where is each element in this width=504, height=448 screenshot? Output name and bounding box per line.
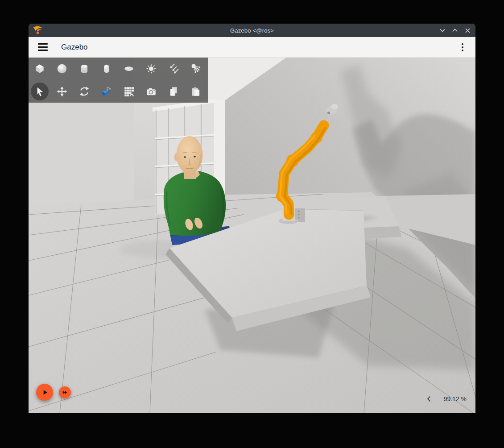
tool-cylinder-button[interactable] [73,58,95,80]
tool-select-button[interactable] [29,80,51,103]
overflow-menu-button[interactable] [456,40,469,55]
screenshot-camera-icon [145,86,157,97]
close-button[interactable] [462,25,473,36]
window-controls [437,24,473,37]
viewport-3d[interactable]: 99.12 % [29,58,475,413]
tool-grid-view-button[interactable] [118,80,140,103]
tool-spot-light-button[interactable] [185,58,207,80]
window-title: Gazebo <@ros> [29,27,475,34]
gazebo-logo-icon [33,25,43,35]
select-arrow-icon [34,86,45,97]
play-button[interactable] [36,384,53,401]
rtf-value: 99.12 % [444,395,467,402]
tool-panel [29,58,208,103]
chevron-left-icon [427,396,431,402]
play-icon [41,389,49,396]
directional-light-icon [168,63,179,75]
tool-rotate-button[interactable] [73,80,95,103]
window-titlebar[interactable]: Gazebo <@ros> [29,24,475,37]
tool-screenshot-button[interactable] [140,80,162,103]
sphere-icon [56,63,68,75]
tool-translate-button[interactable] [51,80,73,103]
capsule-icon [101,63,112,75]
fast-forward-icon [62,390,68,395]
ellipsoid-icon [123,63,135,75]
tool-ellipsoid-button[interactable] [118,58,140,80]
maximize-button[interactable] [450,25,460,36]
close-icon [465,28,470,33]
minimize-button[interactable] [437,25,448,36]
tool-point-light-button[interactable] [140,58,162,80]
app-toolbar: Gazebo [29,37,475,58]
hamburger-menu-icon [38,43,48,45]
tool-snap-button[interactable] [95,80,118,103]
grid-view-icon [123,86,135,97]
gazebo-window: Gazebo <@ros> Ga [29,24,475,413]
chevron-down-icon [440,29,445,32]
kebab-menu-icon [462,43,463,45]
tool-sphere-button[interactable] [51,58,73,80]
point-light-icon [145,63,157,75]
copy-icon [168,86,179,97]
shape-toolbar [29,58,208,80]
paste-icon [190,86,202,97]
transform-toolbar [29,80,208,103]
step-button[interactable] [59,386,71,398]
translate-icon [56,86,68,97]
tool-paste-button[interactable] [185,80,207,103]
rtf-expand-button[interactable] [426,395,432,403]
simulation-scene[interactable] [29,58,475,413]
tool-directional-light-button[interactable] [162,58,185,80]
tool-copy-button[interactable] [162,80,185,103]
rotate-icon [78,86,90,97]
box-icon [34,63,45,75]
tool-capsule-button[interactable] [95,58,118,80]
snap-icon [101,86,112,97]
rtf-status: 99.12 % [426,395,467,403]
tool-box-button[interactable] [29,58,51,80]
chevron-up-icon [452,29,458,32]
cylinder-icon [78,63,90,75]
main-menu-button[interactable] [35,40,50,55]
app-title: Gazebo [61,43,88,52]
spot-light-icon [190,63,202,75]
